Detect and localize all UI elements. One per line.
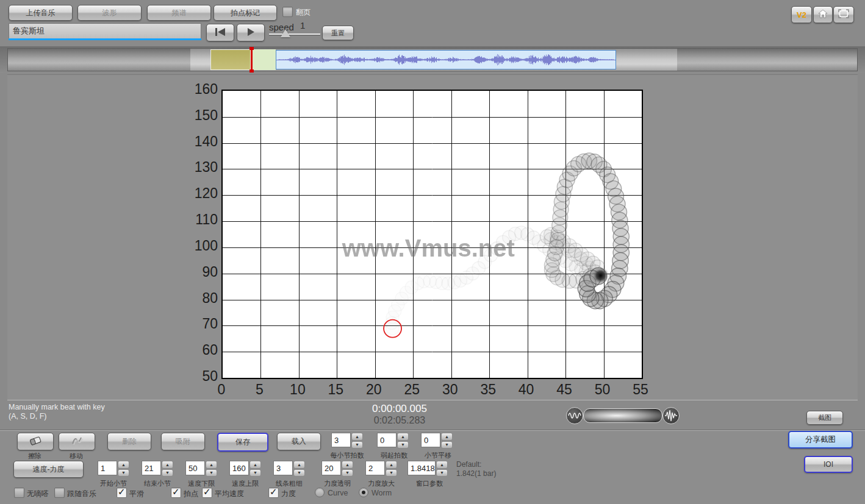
share-screenshot-button[interactable]: 分享截图 <box>788 431 853 449</box>
curve-radio-label: Curve <box>328 489 348 497</box>
spin-down-button[interactable]: ▼ <box>342 469 353 477</box>
spin-down-button[interactable]: ▼ <box>162 469 173 477</box>
preroll-region[interactable] <box>251 49 276 70</box>
avg-tempo-checkbox[interactable] <box>202 488 212 498</box>
dyn-scale-value[interactable]: 2 <box>365 461 385 475</box>
spin-up-button[interactable]: ▲ <box>386 461 397 469</box>
window-param-spinner[interactable]: 1.8418 ▲▼ <box>407 461 448 477</box>
x-tick-label: 50 <box>584 382 621 398</box>
tempo-min-value[interactable]: 50 <box>185 461 205 475</box>
plot-area[interactable] <box>221 90 643 379</box>
snap-button[interactable]: 吸附 <box>161 433 205 450</box>
chart-panel: 5060708090100110120130140150160 05101520… <box>7 74 858 400</box>
play-button[interactable] <box>237 24 265 41</box>
pickup-beats-value[interactable]: 0 <box>377 433 397 447</box>
worm-radio-label: Worm <box>371 489 392 497</box>
beats-per-bar-spinner[interactable]: 3 ▲▼ <box>331 433 363 449</box>
spin-up-button[interactable]: ▲ <box>441 433 453 441</box>
x-tick-label: 0 <box>203 382 240 398</box>
selection-region[interactable] <box>210 49 251 70</box>
spin-down-button[interactable]: ▼ <box>351 441 363 449</box>
end-bar-value[interactable]: 21 <box>142 461 161 475</box>
y-tick-label: 110 <box>179 211 218 228</box>
dyn-transparency-value[interactable]: 20 <box>321 461 341 475</box>
line-width-value[interactable]: 3 <box>273 461 293 475</box>
dynamics-checkbox[interactable] <box>268 488 279 498</box>
erase-tool-button[interactable] <box>17 433 54 450</box>
page-turn-checkbox[interactable] <box>282 7 293 17</box>
pickup-beats-spinner[interactable]: 0 ▲▼ <box>377 433 409 449</box>
audio-region[interactable] <box>276 50 616 69</box>
dyn-transparency-spinner[interactable]: 20 ▲▼ <box>321 461 353 477</box>
input-active-underline <box>9 38 201 40</box>
spin-up-button[interactable]: ▲ <box>206 461 217 469</box>
tempo-max-spinner[interactable]: 160 ▲▼ <box>229 461 261 477</box>
bar-shift-value[interactable]: 0 <box>421 433 440 447</box>
move-tool-button[interactable] <box>59 433 95 450</box>
speed-slider-track[interactable] <box>269 34 320 35</box>
y-tick-label: 80 <box>179 290 218 307</box>
dyn-scale-spinner[interactable]: 2 ▲▼ <box>365 461 397 477</box>
spin-down-button[interactable]: ▼ <box>293 469 305 477</box>
volume-max-button[interactable] <box>662 407 680 424</box>
load-button[interactable]: 载入 <box>277 433 321 450</box>
ioi-button[interactable]: IOI <box>804 456 853 473</box>
time-total: 0:02:05.283 <box>336 415 464 426</box>
delete-button[interactable]: 删除 <box>107 433 151 450</box>
spin-down-button[interactable]: ▼ <box>386 469 397 477</box>
end-bar-spinner[interactable]: 21 ▲▼ <box>142 461 173 477</box>
window-param-value[interactable]: 1.8418 <box>407 461 436 475</box>
skip-start-button[interactable] <box>206 24 234 41</box>
tempo-dynamics-button[interactable]: 速度-力度 <box>13 461 84 478</box>
spectrum-button[interactable]: 频谱 <box>147 5 211 21</box>
start-bar-value[interactable]: 1 <box>98 461 117 475</box>
x-tick-label: 5 <box>241 382 278 398</box>
spin-down-button[interactable]: ▼ <box>397 441 409 449</box>
track-name-input[interactable] <box>9 23 201 39</box>
spin-up-button[interactable]: ▲ <box>249 461 261 469</box>
bar-shift-spinner[interactable]: 0 ▲▼ <box>421 433 453 449</box>
no-tick-checkbox[interactable] <box>14 488 24 498</box>
speed-reset-button[interactable]: 重置 <box>322 26 354 40</box>
start-bar-spinner[interactable]: 1 ▲▼ <box>98 461 129 477</box>
follow-music-checkbox[interactable] <box>54 488 65 498</box>
worm-radio[interactable] <box>359 488 368 497</box>
volume-slider[interactable] <box>583 408 662 423</box>
spin-up-button[interactable]: ▲ <box>351 433 363 441</box>
speed-slider-thumb[interactable] <box>281 29 290 37</box>
save-button[interactable]: 保存 <box>217 433 268 452</box>
curve-radio[interactable] <box>315 488 325 497</box>
home-button[interactable] <box>813 6 833 23</box>
fullscreen-button[interactable] <box>833 6 854 23</box>
spin-up-button[interactable]: ▲ <box>162 461 173 469</box>
screenshot-button[interactable]: 截图 <box>806 411 843 425</box>
beat-mark-button[interactable]: 拍点标记 <box>214 5 277 21</box>
y-tick-label: 90 <box>179 264 218 280</box>
spin-up-button[interactable]: ▲ <box>436 461 448 469</box>
tempo-max-value[interactable]: 160 <box>229 461 249 475</box>
spin-up-button[interactable]: ▲ <box>118 461 129 469</box>
waveform-button[interactable]: 波形 <box>77 5 142 21</box>
v2-button[interactable]: V2 <box>791 6 812 23</box>
spin-down-button[interactable]: ▼ <box>118 469 129 477</box>
spin-up-button[interactable]: ▲ <box>397 433 409 441</box>
spin-up-button[interactable]: ▲ <box>293 461 305 469</box>
skip-start-icon <box>214 27 226 38</box>
line-width-spinner[interactable]: 3 ▲▼ <box>273 461 305 477</box>
page-turn-label: 翻页 <box>296 7 310 18</box>
x-tick-label: 45 <box>546 382 583 398</box>
spin-down-button[interactable]: ▼ <box>206 469 217 477</box>
tempo-min-spinner[interactable]: 50 ▲▼ <box>185 461 217 477</box>
beat-points-checkbox[interactable] <box>171 488 181 498</box>
beats-per-bar-value[interactable]: 3 <box>331 433 351 447</box>
upload-music-button[interactable]: 上传音乐 <box>9 5 73 21</box>
beats-per-bar-label: 每小节拍数 <box>320 451 374 460</box>
spin-down-button[interactable]: ▼ <box>441 441 453 449</box>
spin-up-button[interactable]: ▲ <box>342 461 353 469</box>
smooth-checkbox[interactable] <box>117 488 127 498</box>
spin-down-button[interactable]: ▼ <box>249 469 261 477</box>
playhead-marker[interactable] <box>251 47 253 73</box>
volume-min-button[interactable] <box>566 407 583 424</box>
spin-down-button[interactable]: ▼ <box>436 469 448 477</box>
avg-tempo-label: 平均速度 <box>215 489 244 499</box>
